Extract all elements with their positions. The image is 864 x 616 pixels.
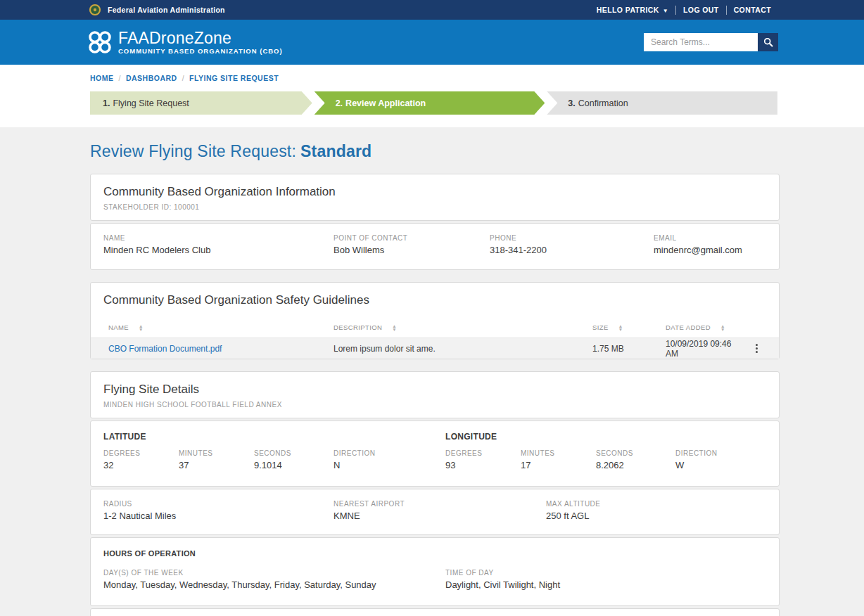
step-label: Review Application [345,98,426,108]
breadcrumb-flying-site-request[interactable]: FLYING SITE REQUEST [189,74,279,82]
field-label: NEAREST AIRPORT [333,500,546,508]
document-date-added: 10/09/2019 09:46 AM [666,339,744,359]
field-lon-minutes: MINUTES 17 [521,449,596,470]
document-description: Lorem ipsum dolor sit ame. [333,344,592,354]
field-value: KMNE [333,511,546,521]
page-title-prefix: Review Flying Site Request: [90,142,296,160]
breadcrumb: HOME/DASHBOARD/FLYING SITE REQUEST [90,74,777,82]
column-header-name[interactable]: NAME ▲▼ [108,323,333,331]
field-label: PHONE [490,234,654,242]
field-value: 318-341-2200 [490,245,654,255]
sort-icon: ▲▼ [139,324,144,331]
field-lat-direction: DIRECTION N [333,449,445,470]
field-phone: PHONE 318-341-2200 [490,234,654,255]
additional-operation-info-section: ADDITIONAL OPERATION INFORMATION Lorem i… [90,608,780,616]
field-value: N [333,460,445,470]
caret-down-icon: ▼ [663,8,668,14]
document-link[interactable]: CBO Formation Document.pdf [108,344,222,354]
field-label: RADIUS [103,500,333,508]
brand-header: FAADroneZone COMMUNITY BASED ORGANIZATIO… [0,20,864,65]
field-label: DEGREES [103,449,179,457]
breadcrumb-stepper-band: HOME/DASHBOARD/FLYING SITE REQUEST 1. Fl… [0,65,864,127]
field-label: DIRECTION [333,449,445,457]
search-button[interactable] [758,33,778,51]
field-label: DEGREES [445,449,521,457]
contact-link[interactable]: CONTACT [727,6,778,14]
step-label: Confirmation [578,98,628,108]
field-value: 37 [179,460,254,470]
column-header-description[interactable]: DESCRIPTION ▲▼ [333,323,592,331]
field-nearest-airport: NEAREST AIRPORT KMNE [333,500,546,521]
page-title: Review Flying Site Request:Standard [90,142,780,161]
step-label: Flying Site Request [113,98,189,108]
sort-icon: ▲▼ [720,324,725,331]
field-label: MAX ALTITUDE [546,500,766,508]
safety-guidelines-card: Community Based Organization Safety Guid… [90,282,780,359]
field-value: Bob Willems [333,245,490,255]
field-label: DIRECTION [675,449,766,457]
field-value: 32 [103,460,179,470]
field-lat-minutes: MINUTES 37 [179,449,254,470]
page: Federal Aviation Administration HELLO PA… [0,0,864,616]
step-confirmation: 3. Confirmation [547,91,777,115]
field-label: TIME OF DAY [445,569,766,577]
field-value: 93 [445,460,521,470]
range-section: RADIUS 1-2 Nautical Miles NEAREST AIRPOR… [90,489,780,535]
field-value: 9.1014 [254,460,333,470]
logout-link[interactable]: LOG OUT [676,6,726,14]
field-time-of-day: TIME OF DAY Daylight, Civil Twilight, Ni… [445,569,766,590]
longitude-heading: LONGITUDE [445,432,766,442]
column-header-size[interactable]: SIZE ▲▼ [592,323,666,331]
field-email: EMAIL mindenrc@gmail.com [654,234,766,255]
latitude-heading: LATITUDE [103,432,445,442]
field-value: 17 [521,460,596,470]
field-radius: RADIUS 1-2 Nautical Miles [103,500,333,521]
field-label: SECONDS [596,449,675,457]
field-lon-degrees: DEGREES 93 [445,449,521,470]
top-bar: Federal Aviation Administration HELLO PA… [0,0,864,20]
search-input[interactable] [644,33,758,51]
dronezone-logo-icon [87,30,113,55]
step-number: 3. [568,98,575,108]
cbo-information-card: Community Based Organization Information… [90,174,780,270]
search-icon [763,37,773,47]
field-value: Minden RC Modelers Club [103,245,333,255]
coordinates-section: LATITUDE DEGREES 32 MINUTES 37 SECONDS 9 [90,421,780,487]
field-value: 8.2062 [596,460,675,470]
kebab-menu-icon[interactable] [744,341,769,356]
column-header-date-added[interactable]: DATE ADDED ▲▼ [666,323,744,331]
card-title: Flying Site Details [103,383,766,397]
documents-table-header: NAME ▲▼ DESCRIPTION ▲▼ SIZE ▲▼ DATE ADDE… [91,317,779,338]
flying-site-details-card: Flying Site Details MINDEN HIGH SCHOOL F… [90,371,780,616]
step-number: 1. [103,98,110,108]
field-label: NAME [103,234,333,242]
field-label: SECONDS [254,449,333,457]
field-name: NAME Minden RC Modelers Club [103,234,333,255]
longitude-group: LONGITUDE DEGREES 93 MINUTES 17 SECONDS [445,432,766,470]
hours-of-operation-section: HOURS OF OPERATION DAY(S) OF THE WEEK Mo… [90,537,780,606]
card-title: Community Based Organization Safety Guid… [103,293,766,307]
field-value: 1-2 Nautical Miles [103,511,333,521]
field-lat-seconds: SECONDS 9.1014 [254,449,333,470]
document-table-row: CBO Formation Document.pdf Lorem ipsum d… [91,338,779,359]
field-lon-seconds: SECONDS 8.2062 [596,449,675,470]
sort-icon: ▲▼ [618,324,623,331]
field-lon-direction: DIRECTION W [675,449,766,470]
user-greeting: HELLO PATRICK [597,6,659,14]
field-label: EMAIL [654,234,766,242]
breadcrumb-dashboard[interactable]: DASHBOARD [126,74,177,82]
field-lat-degrees: DEGREES 32 [103,449,179,470]
latitude-group: LATITUDE DEGREES 32 MINUTES 37 SECONDS 9 [103,432,445,470]
breadcrumb-separator: / [119,74,121,82]
field-value: mindenrc@gmail.com [654,245,766,255]
breadcrumb-home[interactable]: HOME [90,74,114,82]
step-review-application: 2. Review Application [315,91,545,115]
hours-heading: HOURS OF OPERATION [103,549,766,558]
field-value: W [675,460,766,470]
user-menu[interactable]: HELLO PATRICK ▼ [590,6,675,14]
site-name: MINDEN HIGH SCHOOL FOOTBALL FIELD ANNEX [103,401,766,409]
agency-name: Federal Aviation Administration [108,6,225,14]
field-value: 250 ft AGL [546,511,766,521]
document-size: 1.75 MB [592,344,666,354]
field-label: POINT OF CONTACT [333,234,490,242]
